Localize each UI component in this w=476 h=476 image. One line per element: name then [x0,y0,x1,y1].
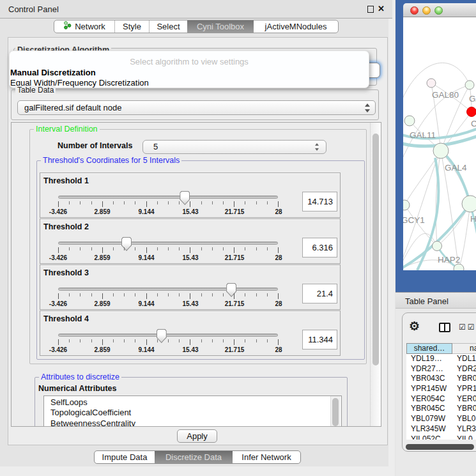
tick-label: 15.43 [182,208,198,215]
tab-jactivemnodules[interactable]: jActiveMNodules [254,20,338,33]
threshold-3-value-field[interactable]: 21.4 [302,284,337,303]
attribute-item[interactable]: BetweennessCentrality [50,418,341,427]
threshold-1-slider[interactable] [58,196,278,199]
close-icon[interactable]: ✕ [378,4,385,13]
slider-tick-labels: -3.4262.8599.14415.4321.71528 [58,300,279,307]
number-of-intervals-spinner[interactable]: 5 [142,140,326,154]
tab-infer-network[interactable]: Infer Network [233,451,300,463]
tab-impute-data[interactable]: Impute Data [95,451,155,463]
numerical-attributes-label: Numerical Attributes [38,384,116,393]
attributes-list-scrollbar-thumb[interactable] [332,398,339,426]
close-traffic-light[interactable] [410,6,418,15]
settings-scrollbar[interactable] [370,123,381,426]
network-node[interactable] [433,242,442,251]
table-header-row: shared… na [406,343,476,354]
network-node[interactable] [427,79,436,88]
column-header-shared-name[interactable]: shared… [406,343,452,354]
network-node[interactable] [403,200,410,210]
threshold-4-slider[interactable] [58,334,278,337]
network-edge [403,151,441,270]
dropdown-option-manual[interactable]: Manual Discretization [10,68,96,77]
network-node[interactable] [433,143,449,158]
minimize-traffic-light[interactable] [422,6,431,15]
zoom-traffic-light[interactable] [434,6,443,15]
tick-label: -3.426 [49,208,67,215]
table-cell: YPR145W [406,384,452,394]
table-horizontal-scrollbar[interactable] [406,444,476,450]
node-label: GAL11 [410,130,436,140]
slider-ticks [58,293,279,299]
network-node[interactable] [465,81,474,89]
table-row[interactable]: YLR345WYLR3 [406,424,476,434]
network-canvas[interactable]: GAL80GACGAL11GAL4GCY1HHAP2 [403,17,476,270]
tick-label: 2.859 [94,208,110,215]
table-row[interactable]: YBR045CYBR0 [406,404,476,414]
column-header-name[interactable]: na [452,343,476,354]
threshold-3-slider[interactable] [58,288,278,291]
tick-label: 28 [275,254,282,261]
table-row[interactable]: YER054CYER0 [406,394,476,404]
tab-cyni-toolbox[interactable]: Cyni Toolbox [187,20,254,33]
table-data-combobox[interactable]: galFiltered.sif default node [17,100,376,115]
threshold-1-value-field[interactable]: 14.713 [302,192,337,211]
table-row[interactable]: YIL052CYIL0 [406,434,476,440]
attributes-list-scrollbar[interactable] [330,396,341,427]
threshold-coordinates-group: Threshold's Coordinates for 5 Intervals … [36,160,365,360]
table-cell: YBR045C [406,404,452,414]
select-checkboxes-icon[interactable]: ☑☑ [459,323,476,332]
table-data-group: Table Data galFiltered.sif default node [11,89,379,120]
slider-tick-labels: -3.4262.8599.14415.4321.71528 [58,254,279,261]
settings-scrollbar-thumb[interactable] [372,134,379,365]
table-row[interactable]: YBR043CYBR0 [406,374,476,384]
table-horizontal-scrollbar-thumb[interactable] [406,444,474,450]
table-row[interactable]: YDR27…YDR2 [406,364,476,374]
threshold-1-label: Threshold 1 [43,176,89,185]
threshold-2-value-field[interactable]: 6.316 [302,238,337,257]
tab-select[interactable]: Select [149,20,187,33]
table-cell: YPR1 [452,384,476,394]
number-of-intervals-label: Number of Intervals [58,141,132,150]
tab-network[interactable]: Network [54,20,114,33]
table-cell: YBL079W [406,414,452,424]
tick-label: 9.144 [138,346,154,353]
table-cell: YER0 [452,394,476,404]
table-cell: YBL0 [452,414,475,424]
network-node[interactable] [462,196,476,212]
table-cell: YIL0 [452,434,473,440]
network-node[interactable] [454,264,464,270]
tab-style[interactable]: Style [114,20,149,33]
slider-ticks [58,247,279,253]
tick-label: 28 [275,300,282,307]
tick-label: 9.144 [138,300,154,307]
tick-label: 15.43 [182,254,198,261]
node-label: HAP2 [438,255,460,265]
table-row[interactable]: YBL079WYBL0 [406,414,476,424]
threshold-2-slider[interactable] [58,242,278,245]
threshold-box-1: Threshold 1 -3.4262.8599.14415.4321.7152… [40,173,341,218]
float-icon[interactable] [367,6,374,13]
network-node[interactable] [404,116,415,126]
columns-icon[interactable] [439,323,450,332]
tick-label: 9.144 [138,208,154,215]
attribute-item[interactable]: SelfLoops [50,397,341,408]
threshold-4-value-field[interactable]: 11.344 [302,330,337,349]
network-window-titlebar [403,3,476,17]
gear-icon[interactable]: ⚙ [409,320,420,332]
tab-discretize-data-label: Discretize Data [165,452,222,462]
network-node[interactable] [467,107,476,117]
node-label: C [471,119,476,128]
algorithm-dropdown: Select algorithm to view settings Manual… [9,50,369,88]
node-label: GAL80 [432,90,459,100]
numerical-attributes-list[interactable]: SelfLoopsTopologicalCoefficientBetweenne… [43,395,342,427]
tab-jactivemnodules-label: jActiveMNodules [265,22,327,31]
tick-label: -3.426 [49,346,67,353]
attribute-item[interactable]: TopologicalCoefficient [50,408,341,418]
table-body: YDL19…YDL1YDR27…YDR2YBR043CYBR0YPR145WYP… [406,354,476,440]
table-row[interactable]: YDL19…YDL1 [406,354,476,364]
apply-button[interactable]: Apply [177,429,217,443]
table-row[interactable]: YPR145WYPR1 [406,384,476,394]
tab-infer-network-label: Infer Network [242,452,291,462]
control-panel-window: Control Panel ✕ Network Style Select Cyn… [0,0,395,476]
node-label: H [470,214,476,224]
tab-discretize-data[interactable]: Discretize Data [155,451,233,463]
